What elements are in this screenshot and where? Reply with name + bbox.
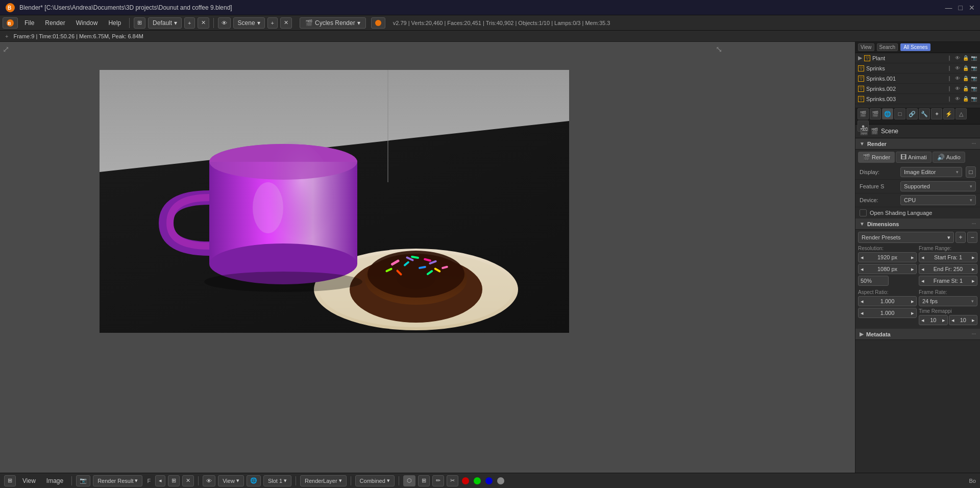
hide-icon3[interactable]: 👁 (954, 75, 961, 82)
presets-add-icon[interactable]: + (955, 232, 966, 243)
shading-language-checkbox[interactable] (860, 209, 867, 216)
menu-window[interactable]: Window (72, 18, 102, 28)
scene-add-icon[interactable]: + (267, 17, 278, 29)
channel-select-btn[interactable]: ⊞ (418, 475, 430, 486)
dimensions-options[interactable]: ··· (972, 221, 976, 227)
outliner-item-sprinks002[interactable]: ▽ Sprinks.002 | 👁 🔒 📷 (855, 84, 980, 94)
presets-remove-icon[interactable]: − (967, 232, 977, 243)
resolution-percent-input[interactable]: 50% (858, 276, 889, 286)
world-props-icon[interactable]: 🌐 (882, 108, 893, 119)
time-remap-old-input[interactable]: ◂ 10 ▸ (919, 315, 948, 325)
color-dot-green[interactable] (474, 477, 481, 484)
render-props-icon[interactable]: 🎬 (857, 108, 869, 119)
render-tab-animate[interactable]: 🎞 Animati (896, 152, 932, 163)
render-engine-dropdown[interactable]: 🎬 Cycles Render ▾ (300, 17, 366, 29)
outliner-item-plant[interactable]: ▶ ▽ Plant | 👁 🔒 📷 (855, 53, 980, 63)
render-presets-dropdown[interactable]: Render Presets ▾ (858, 232, 954, 243)
blender-menu-icon[interactable]: B (3, 17, 18, 29)
maximize-button[interactable]: □ (959, 4, 963, 12)
window-controls[interactable]: — □ ✕ (945, 4, 975, 12)
view-dropdown[interactable]: View ▾ (218, 475, 244, 486)
bottom-close-icon[interactable]: ✕ (182, 475, 194, 486)
render-icon[interactable]: 📷 (970, 55, 977, 62)
view-icon[interactable]: 👁 (218, 17, 231, 29)
hide-icon4[interactable]: 👁 (954, 85, 961, 92)
menu-render[interactable]: Render (41, 18, 69, 28)
layout-grid-icon[interactable]: ⊞ (134, 17, 145, 29)
hide-icon5[interactable]: 👁 (954, 95, 961, 103)
frame-rate-dropdown[interactable]: 24 fps ▾ (919, 296, 977, 306)
menu-help[interactable]: Help (104, 18, 125, 28)
lock-icon2[interactable]: 🔒 (962, 65, 969, 72)
aspect-x-input[interactable]: ◂ 1.000 ▸ (858, 296, 917, 306)
restrict-view-icon[interactable]: | (946, 55, 953, 62)
zoom-icon[interactable]: ⊞ (168, 475, 180, 486)
scene-remove-icon[interactable]: ✕ (280, 17, 292, 29)
channel-R-btn[interactable]: ⬡ (403, 475, 415, 486)
hide-icon[interactable]: 👁 (954, 55, 961, 62)
hide-icon2[interactable]: 👁 (954, 65, 961, 72)
engine-icon[interactable] (371, 17, 385, 29)
resolution-y-input[interactable]: ◂ 1080 px ▸ (858, 264, 917, 274)
view3-icon[interactable]: 🌐 (247, 475, 261, 486)
device-dropdown[interactable]: CPU ▾ (900, 195, 976, 205)
render-result-dropdown[interactable]: Render Result ▾ (93, 475, 142, 486)
outliner-item-sprinks001[interactable]: ▽ Sprinks.001 | 👁 🔒 📷 (855, 74, 980, 84)
restrict-view-icon3[interactable]: | (946, 75, 953, 82)
bottom-render-icon[interactable]: 📷 (76, 475, 90, 486)
restrict-view-icon5[interactable]: | (946, 95, 953, 103)
menu-file[interactable]: File (20, 18, 38, 28)
feature-set-dropdown[interactable]: Supported ▾ (900, 181, 976, 191)
outliner-item-sprinks[interactable]: ▽ Sprinks | 👁 🔒 📷 (855, 63, 980, 74)
display-open-icon[interactable]: □ (966, 166, 976, 178)
view-tab[interactable]: View (858, 43, 874, 51)
bottom-view2-icon[interactable]: 👁 (203, 475, 215, 486)
metadata-options[interactable]: ··· (972, 331, 976, 337)
render-section-header[interactable]: ▼ Render ··· (855, 138, 980, 150)
viewport[interactable]: ⤢ ⤡ (0, 42, 855, 473)
render-tab-render[interactable]: 🎬 Render (858, 152, 895, 163)
aspect-y-input[interactable]: ◂ 1.000 ▸ (858, 308, 917, 318)
bottom-view-icon-btn[interactable]: ⊞ (4, 475, 16, 486)
lock-icon[interactable]: 🔒 (962, 55, 969, 62)
particles-icon[interactable]: ✦ (931, 108, 942, 119)
render-tab-audio[interactable]: 🔊 Audio (933, 152, 965, 163)
scene-dropdown[interactable]: Scene ▾ (233, 17, 265, 29)
constraints-icon[interactable]: 🔗 (906, 108, 918, 119)
color-dot-alpha[interactable] (497, 477, 504, 484)
display-dropdown[interactable]: Image Editor ▾ (900, 167, 962, 177)
render-section-options[interactable]: ··· (972, 141, 976, 147)
render-icon4[interactable]: 📷 (970, 85, 977, 92)
outliner-item-sprinks003[interactable]: ▽ Sprinks.003 | 👁 🔒 📷 (855, 94, 980, 104)
all-scenes-tab[interactable]: All Scenes (900, 43, 930, 51)
combined-dropdown[interactable]: Combined ▾ (355, 475, 395, 486)
crop-btn[interactable]: ✂ (447, 475, 458, 486)
bottom-image-menu[interactable]: Image (42, 476, 67, 486)
modifier-icon[interactable]: 🔧 (919, 108, 930, 119)
frame-step-input[interactable]: ◂ Frame St: 1 ▸ (919, 276, 977, 286)
slot-dropdown[interactable]: Slot 1 ▾ (263, 475, 291, 486)
layout-add-icon[interactable]: + (184, 17, 194, 29)
search-tab[interactable]: Search (877, 43, 898, 51)
resolution-x-input[interactable]: ◂ 1920 px ▸ (858, 252, 917, 262)
close-button[interactable]: ✕ (969, 4, 975, 12)
dimensions-section-header[interactable]: ▼ Dimensions ··· (855, 218, 980, 230)
minimize-button[interactable]: — (945, 4, 952, 12)
scene-props-icon[interactable]: 🎬 (870, 108, 881, 119)
frame-prev-icon[interactable]: ◂ (155, 475, 165, 486)
render-icon5[interactable]: 📷 (970, 95, 977, 103)
restrict-view-icon2[interactable]: | (946, 65, 953, 72)
layout-remove-icon[interactable]: ✕ (198, 17, 209, 29)
object-props-icon[interactable]: □ (894, 108, 905, 119)
lock-icon3[interactable]: 🔒 (962, 75, 969, 82)
layout-dropdown[interactable]: Default ▾ (148, 17, 182, 29)
metadata-section-header[interactable]: ▶ Metadata ··· (855, 329, 980, 340)
render-icon2[interactable]: 📷 (970, 65, 977, 72)
start-frame-input[interactable]: ◂ Start Fra: 1 ▸ (919, 252, 977, 262)
render-layer-dropdown[interactable]: RenderLayer ▾ (300, 475, 347, 486)
physics-icon[interactable]: ⚡ (943, 108, 954, 119)
draw-btn[interactable]: ✏ (432, 475, 444, 486)
time-remap-new-input[interactable]: ◂ 10 ▸ (949, 315, 978, 325)
lock-icon4[interactable]: 🔒 (962, 85, 969, 92)
lock-icon5[interactable]: 🔒 (962, 95, 969, 103)
